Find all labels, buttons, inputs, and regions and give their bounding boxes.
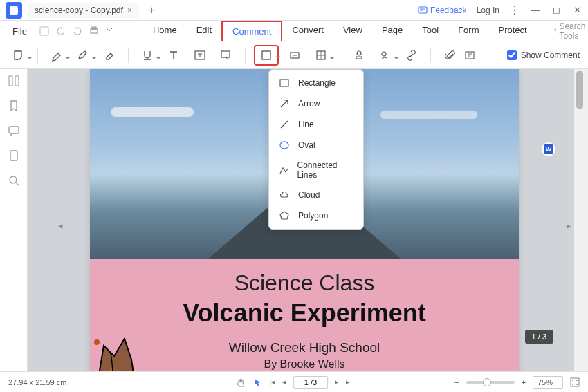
shape-oval[interactable]: Oval [269,135,363,156]
show-comment-checkbox[interactable] [507,50,517,60]
svg-rect-12 [466,52,474,59]
zoom-in-button[interactable]: + [522,378,526,386]
text-tool[interactable] [163,45,184,66]
search-panel-icon[interactable] [8,174,20,187]
word-export-badge[interactable]: W [541,142,556,157]
print-icon[interactable] [89,26,99,36]
attachments-panel-icon[interactable] [8,149,20,162]
svg-point-10 [357,51,361,55]
document-tab[interactable]: science-copy - Copy.pdf × [28,3,139,18]
underline-tool[interactable] [137,45,158,66]
svg-point-11 [382,52,386,56]
callout-tool[interactable] [216,45,237,66]
textbox-tool[interactable] [190,45,210,66]
prev-page-button[interactable]: ◂ [282,377,286,386]
tab-convert[interactable]: Convert [282,21,333,42]
tab-form[interactable]: Form [448,21,488,42]
next-page-button[interactable]: ▸ [335,377,339,386]
shape-tool[interactable] [254,45,279,66]
select-tool-icon[interactable] [252,377,262,387]
vertical-scrollbar[interactable] [574,69,588,371]
zoom-out-button[interactable]: − [454,378,459,386]
page-number-input[interactable] [293,376,328,389]
shape-line[interactable]: Line [269,114,363,135]
tab-page[interactable]: Page [372,21,412,42]
show-comment-toggle[interactable]: Show Comment [507,50,580,60]
close-button[interactable]: ✕ [571,5,582,16]
comments-panel-icon[interactable] [8,124,20,137]
search-tools[interactable]: Search Tools [551,21,588,41]
hand-tool-icon[interactable] [236,377,246,387]
undo-icon[interactable] [56,26,66,36]
svg-rect-7 [262,51,270,59]
shape-arrow[interactable]: Arrow [269,93,363,114]
tab-title: science-copy - Copy.pdf [35,6,123,15]
pencil-tool[interactable] [73,45,93,66]
svg-rect-1 [40,27,48,35]
next-page-arrow[interactable]: ▸ [567,221,571,231]
minimize-button[interactable]: — [530,5,541,16]
note-tool[interactable] [8,45,29,66]
area-tool[interactable] [311,45,331,66]
zoom-slider-thumb[interactable] [483,378,491,386]
doc-author: By Brooke Wells [104,358,505,371]
page-dimensions: 27.94 x 21.59 cm [8,378,66,386]
stamp-tool[interactable] [349,45,369,66]
eraser-tool[interactable] [99,45,120,66]
svg-point-22 [572,380,573,381]
file-menu[interactable]: File [8,24,31,39]
login-link[interactable]: Log In [477,6,499,15]
shape-cloud[interactable]: Cloud [269,185,363,205]
zoom-select[interactable]: 75% [533,376,563,389]
page-indicator: 1 / 3 [525,330,553,344]
tab-edit[interactable]: Edit [187,21,221,42]
thumbnails-icon[interactable] [8,75,20,87]
tab-protect[interactable]: Protect [488,21,536,42]
sparkle-icon [551,26,557,36]
scroll-thumb[interactable] [576,71,583,109]
signature-tool[interactable] [375,45,396,66]
redo-icon[interactable] [73,26,82,36]
main-tabs: Home Edit Comment Convert View Page Tool… [143,21,537,42]
shape-connected-lines[interactable]: Connected Lines [269,156,363,185]
svg-rect-2 [91,29,98,33]
menubar: File Home Edit Comment Convert View Page… [0,21,588,41]
save-icon[interactable] [39,26,49,36]
more-menu-icon[interactable]: ⋮ [509,3,520,17]
bookmarks-icon[interactable] [8,100,20,112]
hide-comments-icon[interactable] [464,50,475,61]
svg-point-23 [576,380,578,381]
tab-home[interactable]: Home [143,21,187,42]
tab-comment[interactable]: Comment [221,21,282,42]
doc-title: Science Class [104,270,505,296]
shape-rectangle[interactable]: Rectangle [269,73,363,93]
arrow-icon [279,98,290,109]
shape-polygon[interactable]: Polygon [269,205,363,226]
link-tool[interactable] [401,45,422,66]
tab-close-icon[interactable]: × [127,6,132,15]
fit-page-icon[interactable] [570,377,580,387]
qat-dropdown-icon[interactable] [106,26,113,33]
svg-rect-14 [15,76,19,86]
prev-page-arrow[interactable]: ◂ [58,221,63,231]
connected-lines-icon [279,165,288,176]
add-tab-button[interactable]: + [149,4,155,17]
comment-toolbar: Show Comment [0,41,588,69]
line-icon [279,119,290,130]
tab-view[interactable]: View [333,21,372,42]
distance-tool[interactable] [284,45,305,66]
quick-access [39,26,113,36]
page-content: Science Class Volcanic Experiment Willow… [90,259,519,371]
first-page-button[interactable]: |◂ [269,377,275,386]
svg-rect-21 [571,378,579,386]
feedback-link[interactable]: Feedback [418,6,467,15]
feedback-icon [418,6,428,15]
last-page-button[interactable]: ▸| [346,377,352,386]
polygon-icon [279,210,290,221]
tab-tool[interactable]: Tool [412,21,448,42]
attachment-icon[interactable] [445,50,456,61]
doc-subtitle: Volcanic Experiment [104,299,505,328]
highlight-tool[interactable] [46,45,67,66]
maximize-button[interactable]: ◻ [551,5,562,16]
zoom-slider[interactable] [466,381,515,384]
